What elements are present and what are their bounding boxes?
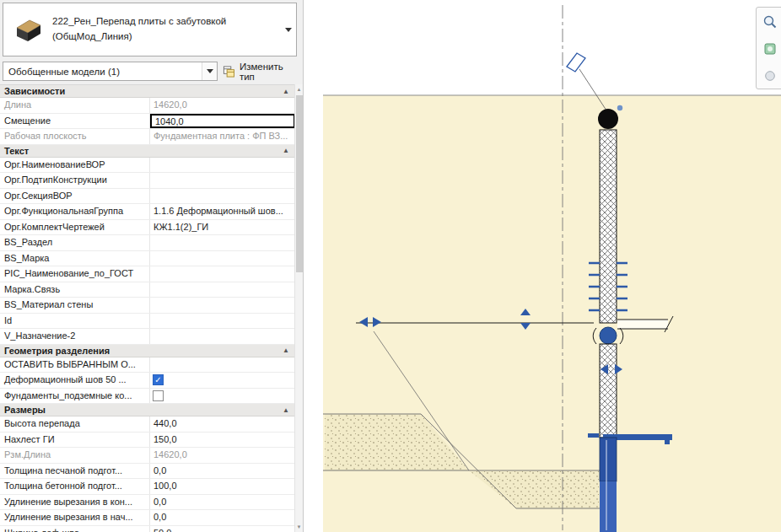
property-value[interactable]: 0,0 (150, 464, 295, 479)
value-text[interactable] (150, 314, 295, 329)
section-title: Текст (4, 146, 29, 156)
panel-scrollbar[interactable]: ▲ ▼ (294, 84, 303, 532)
value-text[interactable] (150, 282, 295, 298)
family-thumbnail (3, 3, 52, 56)
property-row: Марка.Связь (0, 282, 295, 298)
view-wheel-button[interactable] (760, 38, 780, 60)
value-text[interactable] (150, 266, 295, 282)
value-text[interactable] (150, 173, 295, 188)
scroll-down-icon[interactable]: ▼ (295, 522, 303, 532)
value-text[interactable]: КЖ1.1(2)_ГИ (150, 220, 295, 235)
property-value[interactable] (150, 266, 295, 282)
checkbox[interactable] (153, 390, 164, 401)
property-value[interactable] (150, 314, 295, 329)
scrollbar-thumb[interactable] (296, 95, 303, 272)
joint-column-upper[interactable] (600, 130, 617, 323)
drag-grip-icon[interactable] (617, 105, 622, 110)
zoom-icon (762, 14, 778, 30)
drawing-viewport[interactable] (304, 0, 781, 532)
collapse-chevron-icon[interactable]: ▲ (283, 347, 289, 354)
value-text[interactable] (150, 357, 295, 373)
value-text[interactable] (150, 189, 295, 204)
drawing-canvas[interactable] (304, 0, 781, 532)
checkbox[interactable]: ✓ (153, 374, 164, 385)
property-row: Смещение1040,0 (0, 114, 295, 130)
property-value[interactable] (150, 282, 295, 298)
end-node-circle[interactable] (598, 109, 618, 129)
property-row: Орг.НаименованиеВОР (0, 158, 295, 174)
value-text[interactable]: 14620,0 (150, 448, 295, 463)
collapse-chevron-icon[interactable]: ▲ (283, 406, 289, 414)
property-value[interactable]: 100,0 (150, 479, 295, 494)
property-row: Удлинение вырезания в кон...0,0 (0, 495, 295, 511)
property-value[interactable]: 1040,0 (150, 114, 295, 129)
selection-filter-combobox[interactable]: Обобщенные модели (1) (3, 62, 218, 81)
property-value[interactable] (150, 389, 295, 404)
view-wheel-icon (762, 41, 778, 56)
property-value[interactable] (150, 251, 295, 266)
property-value[interactable]: 50,0 (150, 526, 295, 532)
value-text[interactable]: 0,0 (150, 495, 295, 510)
properties-panel: 222_Рен_Перепад плиты с забутовкой (ОбщМ… (0, 0, 304, 532)
expansion-joint-circle[interactable] (600, 327, 617, 344)
property-row: Орг.КомплектЧертежейКЖ1.1(2)_ГИ (0, 220, 295, 236)
type-selector-dropdown-icon[interactable] (281, 3, 296, 56)
section-header[interactable]: Размеры▲ (0, 404, 295, 416)
property-label: Фундаменты_подземные ко... (0, 389, 150, 404)
property-value[interactable] (150, 235, 295, 250)
property-value[interactable] (150, 189, 295, 204)
value-text[interactable]: 1040,0 (150, 114, 295, 129)
property-value[interactable] (150, 357, 295, 373)
section-title: Размеры (4, 405, 46, 415)
property-label: Удлинение вырезания в нач... (0, 510, 150, 525)
property-value[interactable] (150, 298, 295, 313)
property-row: BS_Марка (0, 251, 295, 267)
value-text[interactable] (150, 158, 295, 173)
column-fill-upper[interactable] (600, 438, 617, 481)
property-value[interactable]: 14620,0 (150, 448, 295, 463)
property-value[interactable]: 440,0 (150, 416, 295, 432)
value-text[interactable]: 50,0 (150, 526, 295, 532)
zoom-button[interactable] (760, 11, 780, 33)
property-value[interactable]: 150,0 (150, 433, 295, 448)
property-value[interactable] (150, 158, 295, 173)
collapse-chevron-icon[interactable]: ▲ (283, 88, 289, 95)
pan-button[interactable] (760, 65, 780, 87)
property-row: Высота перепада440,0 (0, 416, 295, 433)
property-label: PIC_Наименование_по_ГОСТ (0, 266, 150, 282)
value-text[interactable] (150, 251, 295, 266)
edit-type-button[interactable]: Изменить тип (223, 62, 297, 81)
value-text[interactable]: Фундаментная плита : ФП ВЗ... (150, 129, 295, 144)
combobox-chevron-icon[interactable] (202, 62, 217, 80)
value-text[interactable]: 0,0 (150, 464, 295, 479)
value-text[interactable] (150, 329, 295, 344)
value-text[interactable]: 100,0 (150, 479, 295, 494)
span-direction-icon[interactable] (567, 53, 585, 72)
property-label: Толщина бетонной подгот... (0, 479, 150, 494)
section-header[interactable]: Геометрия разделения▲ (0, 345, 295, 357)
property-value[interactable]: 0,0 (150, 495, 295, 510)
property-value[interactable] (150, 329, 295, 344)
joint-column-lower[interactable] (600, 344, 617, 438)
scroll-up-icon[interactable]: ▲ (295, 84, 303, 94)
section-header[interactable]: Зависимости▲ (0, 85, 295, 98)
value-text[interactable] (150, 298, 295, 313)
value-text[interactable]: 1.1.6 Деформационный шов... (150, 204, 295, 219)
property-value[interactable]: КЖ1.1(2)_ГИ (150, 220, 295, 235)
value-text[interactable]: 14620,0 (150, 98, 295, 113)
value-text[interactable] (150, 235, 295, 250)
property-value[interactable]: 0,0 (150, 510, 295, 525)
property-value[interactable]: Фундаментная плита : ФП ВЗ... (150, 129, 295, 144)
column-fill-lower[interactable] (600, 481, 617, 532)
property-value[interactable] (150, 173, 295, 188)
property-value[interactable]: 1.1.6 Деформационный шов... (150, 204, 295, 219)
value-text[interactable]: 0,0 (150, 510, 295, 525)
section-header[interactable]: Текст▲ (0, 145, 295, 158)
collapse-chevron-icon[interactable]: ▲ (283, 147, 289, 154)
property-label: Высота перепада (0, 416, 150, 432)
property-value[interactable]: ✓ (150, 373, 295, 388)
type-selector[interactable]: 222_Рен_Перепад плиты с забутовкой (ОбщМ… (3, 3, 297, 56)
value-text[interactable]: 150,0 (150, 433, 295, 448)
property-value[interactable]: 14620,0 (150, 98, 295, 113)
value-text[interactable]: 440,0 (150, 416, 295, 432)
